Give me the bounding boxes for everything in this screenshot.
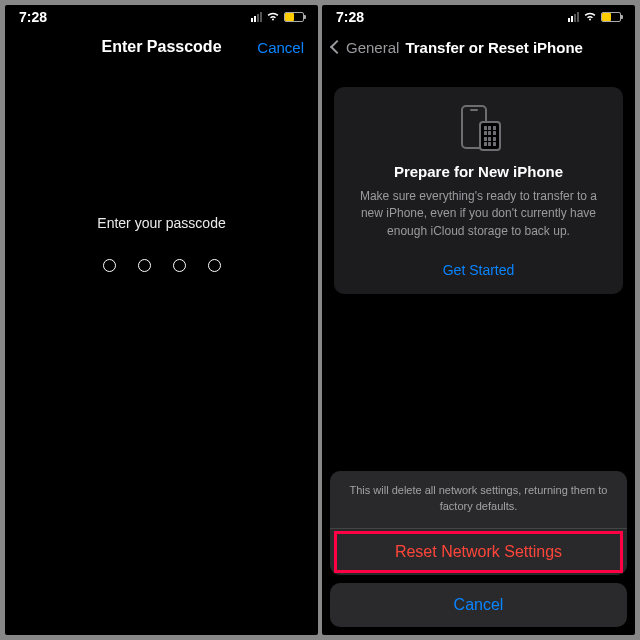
nav-title: Enter Passcode [101,38,221,56]
battery-icon [284,12,304,22]
status-time: 7:28 [336,9,364,25]
battery-icon [601,12,621,22]
passcode-dot [208,259,221,272]
back-button[interactable]: General [346,39,399,56]
card-title: Prepare for New iPhone [348,163,609,180]
nav-title: Transfer or Reset iPhone [405,39,583,56]
sheet-cancel-button[interactable]: Cancel [330,583,627,627]
passcode-dots[interactable] [5,259,318,272]
get-started-button[interactable]: Get Started [348,262,609,278]
chevron-left-icon[interactable] [330,40,344,54]
nav-bar: General Transfer or Reset iPhone [322,27,635,67]
action-sheet: This will delete all network settings, r… [330,471,627,627]
screen-enter-passcode: 7:28 Enter Passcode Cancel Enter your pa… [5,5,318,635]
passcode-dot [138,259,151,272]
reset-network-settings-button[interactable]: Reset Network Settings [330,528,627,575]
card-subtitle: Make sure everything's ready to transfer… [348,188,609,240]
devices-icon [455,105,503,151]
sheet-message: This will delete all network settings, r… [346,483,611,514]
passcode-dot [173,259,186,272]
passcode-dot [103,259,116,272]
sheet-action-label: Reset Network Settings [395,543,562,560]
nav-bar: Enter Passcode Cancel [5,27,318,67]
status-bar: 7:28 [322,5,635,27]
passcode-prompt: Enter your passcode [5,215,318,231]
wifi-icon [266,9,280,25]
wifi-icon [583,9,597,25]
cancel-button[interactable]: Cancel [257,39,304,56]
cellular-icon [251,12,262,22]
status-bar: 7:28 [5,5,318,27]
prepare-card: Prepare for New iPhone Make sure everyth… [334,87,623,294]
screen-transfer-reset: 7:28 General Transfer or Reset iPhone Pr [322,5,635,635]
cellular-icon [568,12,579,22]
status-time: 7:28 [19,9,47,25]
